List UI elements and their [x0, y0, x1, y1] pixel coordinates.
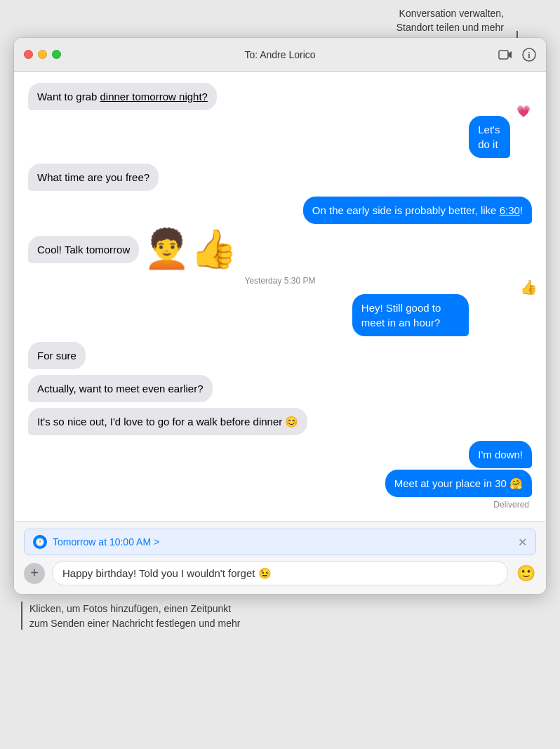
message-row: Actually, want to meet even earlier? — [28, 375, 532, 402]
minimize-button[interactable] — [38, 50, 47, 59]
message-bubble: I'm down! — [469, 441, 532, 468]
annotation-top-line1: Konversation verwalten, — [399, 8, 504, 19]
schedule-bar-content: 🕐 Tomorrow at 10:00 AM > — [33, 535, 159, 549]
add-attachment-button[interactable]: + — [24, 563, 45, 584]
reaction-emoji: 💗 — [516, 105, 531, 118]
input-row: + 🙂 — [24, 561, 536, 585]
chat-area: Want to grab dinner tomorrow night? 💗 Le… — [14, 72, 546, 521]
titlebar: To: Andre Lorico i — [14, 38, 546, 72]
message-bubble: Actually, want to meet even earlier? — [28, 375, 213, 402]
annotation-bottom-text: Klicken, um Fotos hinzufügen, einen Zeit… — [29, 602, 240, 631]
message-row: I'm down! — [28, 441, 532, 468]
message-bubble: What time are you free? — [28, 164, 159, 191]
memoji-message: Cool! Talk tomorrow 🧑‍🦱👍 — [28, 230, 237, 263]
message-bubble: Let's do it — [469, 116, 509, 158]
schedule-bar-text: Tomorrow at 10:00 AM > — [53, 536, 159, 548]
right-message-group: I'm down! Meet at your place in 30 🤗 Del… — [28, 441, 532, 510]
schedule-close-button[interactable]: ✕ — [518, 536, 527, 549]
svg-text:i: i — [528, 50, 531, 60]
annotation-top: Konversation verwalten, Standort teilen … — [0, 7, 560, 37]
message-bubble: It's so nice out, I'd love to go for a w… — [28, 408, 307, 435]
delivered-label: Delivered — [493, 500, 532, 510]
memoji: 🧑‍🦱👍 — [143, 230, 237, 267]
messages-window: To: Andre Lorico i Want to grab dinner t… — [13, 37, 547, 595]
schedule-clock-icon: 🕐 — [33, 535, 47, 549]
message-bubble: Want to grab dinner tomorrow night? — [28, 83, 217, 110]
message-bubble: On the early side is probably better, li… — [303, 197, 532, 224]
message-input[interactable] — [52, 561, 508, 585]
annotation-arrow — [21, 602, 22, 630]
fullscreen-button[interactable] — [52, 50, 61, 59]
message-bubble: Cool! Talk tomorrow — [28, 236, 139, 263]
message-row: Meet at your place in 30 🤗 — [28, 470, 532, 497]
input-area: 🕐 Tomorrow at 10:00 AM > ✕ + 🙂 — [14, 521, 546, 594]
message-row: 👍 Hey! Still good to meet in an hour? — [28, 294, 532, 336]
message-bubble: Hey! Still good to meet in an hour? — [352, 294, 469, 336]
reaction-emoji: 👍 — [520, 279, 538, 296]
traffic-lights — [24, 50, 61, 59]
message-row: Cool! Talk tomorrow 🧑‍🦱👍 — [28, 230, 532, 263]
schedule-bar[interactable]: 🕐 Tomorrow at 10:00 AM > ✕ — [24, 529, 536, 555]
message-row: 💗 Let's do it — [28, 116, 532, 158]
recipient-label: To: Andre Lorico — [244, 49, 315, 60]
message-bubble: For sure — [28, 342, 86, 369]
emoji-picker-button[interactable]: 🙂 — [515, 563, 536, 584]
titlebar-actions: i — [498, 48, 536, 62]
timestamp: Yesterday 5:30 PM — [28, 276, 532, 286]
message-bubble: Meet at your place in 30 🤗 — [385, 470, 532, 497]
annotation-top-line2: Standort teilen und mehr — [396, 22, 504, 33]
message-row: On the early side is probably better, li… — [28, 197, 532, 224]
message-row: For sure — [28, 342, 532, 369]
facetime-button[interactable] — [498, 48, 512, 62]
message-row: What time are you free? — [28, 164, 532, 191]
close-button[interactable] — [24, 50, 33, 59]
svg-rect-0 — [499, 51, 508, 59]
annotation-bottom: Klicken, um Fotos hinzufügen, einen Zeit… — [0, 595, 560, 631]
message-row: Want to grab dinner tomorrow night? — [28, 83, 532, 110]
message-row: It's so nice out, I'd love to go for a w… — [28, 408, 532, 435]
info-button[interactable]: i — [522, 48, 536, 62]
